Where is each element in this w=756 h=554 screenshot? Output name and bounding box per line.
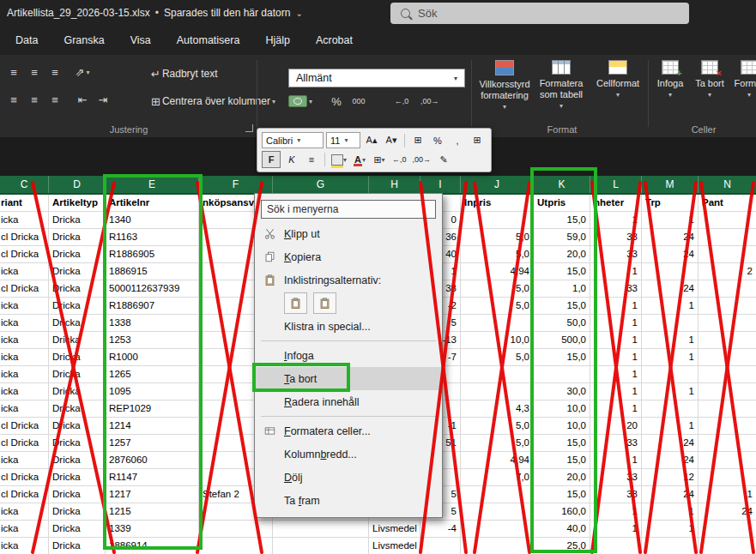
- cell[interactable]: 1339: [106, 521, 199, 537]
- font-name-select[interactable]: Calibri ▾: [262, 132, 324, 148]
- cell[interactable]: 24: [642, 280, 699, 297]
- decrease-decimal-button[interactable]: ,00→: [411, 152, 433, 167]
- cell[interactable]: icka: [0, 503, 49, 520]
- cell[interactable]: R1147: [106, 469, 199, 485]
- cell[interactable]: 24: [699, 503, 756, 520]
- cell[interactable]: Trp: [642, 195, 699, 211]
- cell[interactable]: 20,0: [534, 469, 590, 485]
- merge-button[interactable]: ⊞: [409, 133, 426, 148]
- cell[interactable]: [699, 435, 756, 451]
- cell[interactable]: 1: [642, 212, 699, 228]
- cell[interactable]: nheter: [590, 195, 642, 211]
- cell[interactable]: icka: [0, 366, 49, 382]
- cell[interactable]: Dricka: [49, 469, 106, 485]
- cell[interactable]: 1215: [106, 503, 199, 520]
- menu-item-radera-innehåll[interactable]: Radera innehåll: [255, 390, 442, 413]
- cell[interactable]: 12: [642, 469, 699, 485]
- cell[interactable]: Dricka: [49, 212, 106, 228]
- tab-granska[interactable]: Granska: [64, 34, 104, 46]
- cell[interactable]: Dricka: [49, 246, 106, 262]
- cell[interactable]: Dricka: [49, 486, 106, 503]
- cell[interactable]: cl Dricka: [0, 486, 49, 503]
- delete-cells-button[interactable]: × Ta bort ▾: [690, 60, 729, 100]
- cell[interactable]: 10,0: [534, 400, 590, 417]
- decrease-indent-button[interactable]: ⇤: [74, 91, 91, 108]
- cell[interactable]: [699, 315, 756, 331]
- cell[interactable]: Inpris: [461, 195, 534, 211]
- conditional-formatting-button[interactable]: Villkorsstyrd formatering ▾: [477, 60, 532, 112]
- cell[interactable]: 1: [642, 298, 699, 314]
- format-cells-button[interactable]: Format ▾: [729, 60, 756, 100]
- cell[interactable]: 1: [590, 315, 642, 331]
- cell[interactable]: 33: [590, 486, 642, 503]
- align-left-button[interactable]: ≡: [5, 91, 22, 108]
- cell[interactable]: [461, 538, 534, 554]
- cell[interactable]: Pant: [699, 195, 756, 211]
- table-format-button[interactable]: ⊞: [469, 133, 486, 148]
- cell[interactable]: 160,0: [534, 503, 590, 520]
- cell[interactable]: 1: [590, 298, 642, 314]
- cell[interactable]: 1: [642, 383, 699, 400]
- cell[interactable]: 15,0: [534, 349, 590, 365]
- format-as-table-button[interactable]: Formatera som tabell ▾: [534, 60, 589, 111]
- comma-style-button[interactable]: 000: [350, 93, 367, 110]
- cell[interactable]: [699, 349, 756, 365]
- cell[interactable]: icka: [0, 452, 49, 468]
- cell[interactable]: Dricka: [49, 383, 106, 400]
- cell[interactable]: Dricka: [49, 521, 106, 537]
- cell[interactable]: [199, 521, 273, 537]
- cell[interactable]: 50,0: [534, 315, 590, 331]
- cell[interactable]: 5,0: [461, 229, 534, 245]
- cell[interactable]: [699, 418, 756, 434]
- cell[interactable]: 1338: [106, 315, 199, 331]
- menu-item-kolumnbredd[interactable]: Kolumnbredd...: [255, 443, 442, 466]
- cell[interactable]: 1: [642, 503, 699, 520]
- tab-data[interactable]: Data: [15, 34, 38, 46]
- cell[interactable]: icka: [0, 383, 49, 400]
- tab-acrobat[interactable]: Acrobat: [316, 34, 353, 46]
- cell[interactable]: 1253: [106, 332, 199, 348]
- cell[interactable]: 40,0: [534, 521, 590, 537]
- cell[interactable]: 1095: [106, 383, 199, 400]
- cell[interactable]: icka: [0, 538, 49, 554]
- tab-automatisera[interactable]: Automatisera: [177, 34, 240, 46]
- cell[interactable]: 1: [590, 452, 642, 468]
- cell[interactable]: [699, 246, 756, 262]
- cell[interactable]: icka: [0, 521, 49, 537]
- column-letter-N[interactable]: N: [699, 176, 756, 193]
- column-letter-H[interactable]: H: [369, 176, 420, 193]
- cell[interactable]: 1: [699, 486, 756, 503]
- cell[interactable]: [699, 280, 756, 297]
- cell[interactable]: REP1029: [106, 400, 199, 417]
- cell[interactable]: 1: [590, 366, 642, 382]
- orientation-button[interactable]: ⇗ ▾: [74, 63, 91, 81]
- cell[interactable]: icka: [0, 263, 49, 280]
- font-color-button[interactable]: A ▾: [351, 152, 368, 167]
- cell[interactable]: Dricka: [49, 435, 106, 451]
- cell[interactable]: cl Dricka: [0, 418, 49, 434]
- cell[interactable]: -4: [420, 521, 461, 537]
- cell[interactable]: Livsmedel: [369, 538, 420, 554]
- cell[interactable]: Dricka: [49, 366, 106, 382]
- shrink-font-button[interactable]: A▾: [383, 133, 400, 148]
- increase-decimal-button[interactable]: ←,0: [390, 152, 408, 167]
- menu-item-infoga[interactable]: Infoga: [255, 344, 442, 367]
- cell[interactable]: Artikelnr: [106, 195, 199, 211]
- cell[interactable]: 30,0: [534, 383, 590, 400]
- cell[interactable]: 15,0: [534, 263, 590, 280]
- cell[interactable]: riant: [0, 195, 49, 211]
- cell[interactable]: [699, 538, 756, 554]
- cell[interactable]: cl Dricka: [0, 435, 49, 451]
- cell[interactable]: 4,3: [461, 400, 534, 417]
- dialog-launcher-icon[interactable]: [245, 124, 253, 132]
- cell[interactable]: [699, 332, 756, 348]
- number-format-select[interactable]: Allmänt ▾: [288, 69, 465, 87]
- cell[interactable]: [699, 383, 756, 400]
- cell[interactable]: [273, 538, 369, 554]
- column-letter-M[interactable]: M: [642, 176, 699, 193]
- cell[interactable]: Utpris: [534, 195, 590, 211]
- cell[interactable]: 4,94: [461, 452, 534, 468]
- cell[interactable]: cl Dricka: [0, 469, 49, 485]
- menu-item-inklistringsalternativ[interactable]: Inklistringsalternativ:: [255, 268, 442, 292]
- cell[interactable]: [699, 366, 756, 382]
